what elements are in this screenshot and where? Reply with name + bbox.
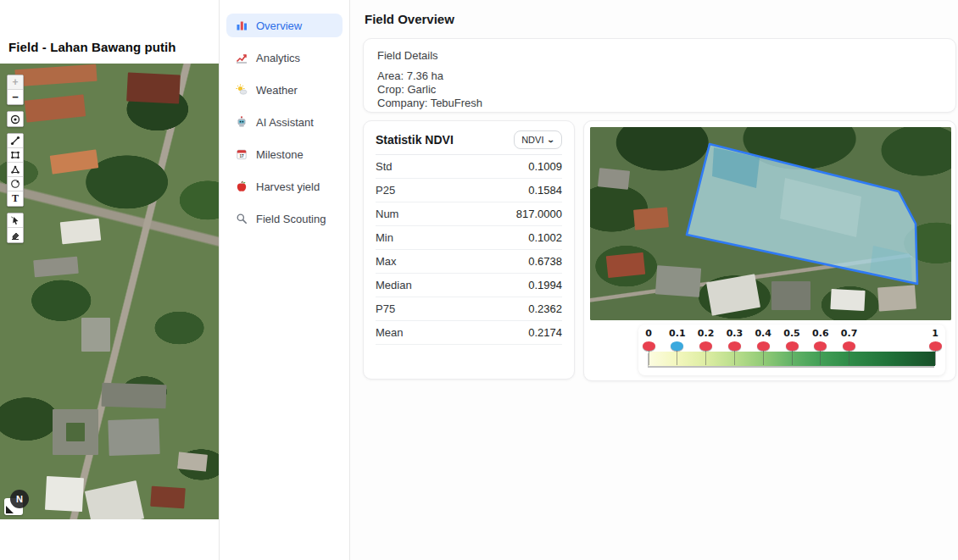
- courtyard: [66, 423, 85, 441]
- map-title: Field - Lahan Bawang putih: [8, 40, 176, 54]
- circle-icon: [10, 179, 20, 189]
- eraser-icon: [10, 230, 20, 241]
- locate-button[interactable]: [8, 112, 23, 126]
- sidebar-item-analytics[interactable]: Analytics: [226, 46, 343, 69]
- legend-marker: [643, 341, 655, 351]
- satellite-map[interactable]: + −: [0, 64, 219, 519]
- stat-label: Min: [376, 231, 393, 244]
- text-tool-button[interactable]: T: [8, 191, 23, 206]
- statistics-header: Statistik NDVI NDVI ⌄: [376, 121, 562, 155]
- legend-tick-label: 0: [645, 328, 652, 339]
- legend-tick-label: 0.2: [698, 328, 715, 339]
- magnifier-icon: [235, 213, 248, 225]
- index-select[interactable]: NDVI ⌄: [514, 130, 562, 149]
- sidebar-item-field-scouting[interactable]: Field Scouting: [226, 207, 343, 230]
- draw-circle-button[interactable]: [8, 177, 23, 191]
- sun-cloud-icon: [235, 84, 248, 97]
- building-roof: [108, 419, 159, 456]
- field-company: Company: TebuFresh: [377, 97, 942, 110]
- chevron-down-icon: ⌄: [547, 136, 555, 144]
- stat-row-max: Max 0.6738: [376, 250, 562, 274]
- zoom-controls: + −: [7, 75, 24, 105]
- sidebar-item-harvest-yield[interactable]: Harvest yield: [226, 175, 343, 198]
- legend-tick-label: 0.7: [841, 328, 858, 339]
- map-panel: Field - Lahan Bawang putih + −: [0, 0, 219, 560]
- zoom-out-button[interactable]: −: [8, 90, 23, 104]
- sidebar-item-milestone[interactable]: 17 Milestone: [226, 142, 343, 166]
- robot-icon: [235, 116, 248, 129]
- measure-line-icon: [10, 136, 20, 146]
- building-roof: [126, 72, 181, 103]
- legend-tick-label: 0.3: [727, 328, 744, 339]
- rectangle-icon: [10, 150, 20, 160]
- sidebar-item-label: Analytics: [256, 52, 300, 64]
- stat-value: 817.0000: [516, 208, 562, 220]
- stat-label: Mean: [376, 326, 404, 339]
- stat-row-std: Std 0.1009: [376, 155, 562, 179]
- stat-row-min: Min 0.1002: [376, 226, 562, 250]
- draw-tools: T: [7, 133, 24, 207]
- ndvi-statistics-card: Statistik NDVI NDVI ⌄ Std 0.1009 P25 0.1…: [363, 120, 575, 380]
- building-roof: [81, 318, 110, 352]
- sidebar-item-ai-assistant[interactable]: AI Assistant: [226, 110, 343, 134]
- field-crop: Crop: Garlic: [377, 83, 942, 97]
- building-roof: [150, 486, 186, 509]
- north-compass[interactable]: N: [10, 490, 29, 508]
- stat-value: 0.1584: [528, 184, 562, 197]
- eraser-button[interactable]: [8, 228, 23, 242]
- field-details-card: Field Details Area: 7.36 ha Crop: Garlic…: [363, 38, 956, 113]
- statistics-title: Statistik NDVI: [376, 133, 454, 147]
- stat-label: P75: [376, 302, 395, 315]
- legend-tick-label: 1: [932, 328, 939, 339]
- building-roof: [102, 383, 167, 409]
- sidebar: Overview Analytics Weather AI Assistant: [219, 0, 350, 560]
- stat-value: 0.1009: [528, 160, 562, 173]
- sidebar-item-label: AI Assistant: [256, 116, 314, 129]
- stat-row-p75: P75 0.2362: [376, 297, 562, 321]
- ndvi-image-card: 0 0.1 0.2 0.3: [583, 120, 956, 381]
- app-window: Field - Lahan Bawang putih + −: [0, 0, 958, 560]
- ndvi-field-image[interactable]: [590, 127, 951, 320]
- field-area: Area: 7.36 ha: [377, 69, 942, 83]
- svg-text:17: 17: [239, 154, 244, 158]
- compass-label: N: [16, 494, 23, 504]
- stat-label: Median: [376, 279, 412, 291]
- sidebar-item-label: Milestone: [256, 148, 304, 161]
- draw-rectangle-button[interactable]: [8, 148, 23, 163]
- legend-marker: [757, 341, 770, 351]
- legend-marker: [728, 341, 741, 351]
- angle-icon: [10, 164, 20, 175]
- building-roof: [45, 476, 84, 512]
- legend-marker: [929, 341, 942, 351]
- stat-row-p25: P25 0.1584: [376, 179, 562, 202]
- building-roof: [60, 219, 101, 245]
- sidebar-item-label: Field Scouting: [256, 213, 326, 225]
- pointer-button[interactable]: [8, 213, 23, 228]
- stat-label: Num: [376, 208, 398, 220]
- cursor-icon: [10, 215, 20, 225]
- legend-marker: [699, 341, 712, 351]
- legend-tick-label: 0.6: [812, 328, 829, 339]
- legend-marker: [786, 341, 799, 351]
- building-roof: [177, 452, 208, 471]
- draw-angle-button[interactable]: [8, 163, 23, 177]
- legend-tick-label: 0.4: [755, 328, 771, 339]
- sidebar-item-weather[interactable]: Weather: [226, 78, 343, 102]
- stat-label: Max: [376, 255, 397, 268]
- target-icon: [10, 114, 20, 125]
- stat-row-mean: Mean 0.2174: [376, 321, 562, 345]
- measure-line-button[interactable]: [8, 134, 23, 148]
- stat-row-median: Median 0.1994: [376, 274, 562, 297]
- stat-value: 0.1002: [528, 231, 562, 244]
- legend-marker: [814, 341, 827, 351]
- calendar-icon: 17: [235, 148, 248, 161]
- map-toolbar: + −: [7, 75, 24, 249]
- stat-label: Std: [376, 160, 393, 173]
- zoom-in-button[interactable]: +: [8, 75, 23, 90]
- sidebar-item-label: Harvest yield: [256, 180, 320, 193]
- bar-chart-icon: [235, 19, 248, 32]
- stat-label: P25: [376, 184, 395, 197]
- sidebar-item-overview[interactable]: Overview: [226, 14, 343, 37]
- index-select-value: NDVI: [521, 135, 543, 145]
- legend-tick-label: 0.5: [783, 328, 800, 339]
